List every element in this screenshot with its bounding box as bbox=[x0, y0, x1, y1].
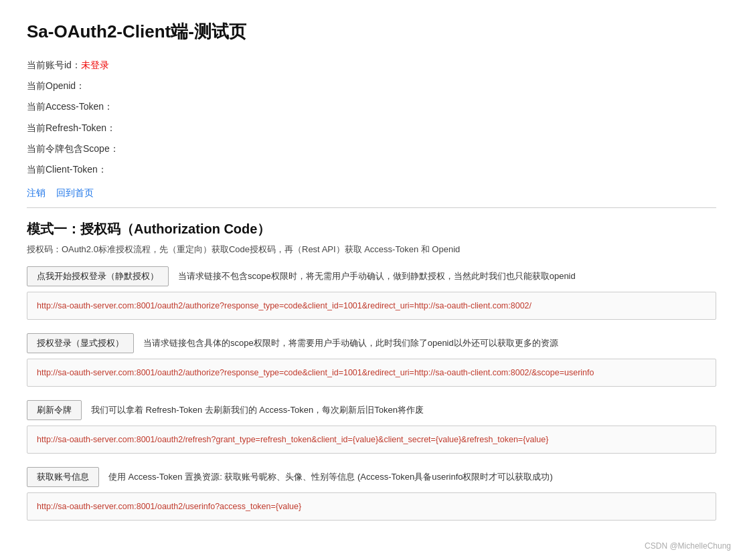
access-token-label: 当前Access-Token： bbox=[27, 101, 113, 112]
explicit-auth-desc: 当请求链接包含具体的scope权限时，将需要用户手动确认，此时我们除了openi… bbox=[143, 337, 558, 349]
get-account-info-button[interactable]: 获取账号信息 bbox=[27, 467, 99, 487]
account-info: 当前账号id：未登录 bbox=[27, 57, 716, 74]
explicit-auth-button[interactable]: 授权登录（显式授权） bbox=[27, 333, 134, 353]
url-box-4: http://sa-oauth-server.com:8001/oauth2/u… bbox=[27, 492, 716, 521]
url-box-3: http://sa-oauth-server.com:8001/oauth2/r… bbox=[27, 426, 716, 454]
section1-title: 模式一：授权码（Authorization Code） bbox=[27, 220, 716, 238]
action-row-2: 授权登录（显式授权） 当请求链接包含具体的scope权限时，将需要用户手动确认，… bbox=[27, 333, 716, 353]
scope-label: 当前令牌包含Scope： bbox=[27, 143, 119, 154]
refresh-token-desc: 我们可以拿着 Refresh-Token 去刷新我们的 Access-Token… bbox=[91, 404, 424, 416]
action-row-4: 获取账号信息 使用 Access-Token 置换资源: 获取账号昵称、头像、性… bbox=[27, 467, 716, 487]
account-id-label: 当前账号id： bbox=[27, 60, 81, 70]
refresh-token-label: 当前Refresh-Token： bbox=[27, 122, 116, 133]
client-token-label: 当前Client-Token： bbox=[27, 164, 107, 175]
divider-1 bbox=[27, 207, 716, 208]
openid-label: 当前Openid： bbox=[27, 80, 85, 91]
home-link[interactable]: 回到首页 bbox=[56, 187, 94, 199]
watermark: CSDN @MichelleChung bbox=[645, 541, 731, 551]
section1-desc: 授权码：OAuth2.0标准授权流程，先（重定向）获取Code授权码，再（Res… bbox=[27, 244, 716, 256]
scope-info: 当前令牌包含Scope： bbox=[27, 141, 716, 157]
action-row-3: 刷新令牌 我们可以拿着 Refresh-Token 去刷新我们的 Access-… bbox=[27, 400, 716, 420]
access-token-info: 当前Access-Token： bbox=[27, 98, 716, 115]
page-title: Sa-OAuth2-Client端-测试页 bbox=[27, 20, 716, 43]
url-box-2: http://sa-oauth-server.com:8001/oauth2/a… bbox=[27, 359, 716, 387]
section-auth-code: 模式一：授权码（Authorization Code） 授权码：OAuth2.0… bbox=[27, 220, 716, 521]
logout-link[interactable]: 注销 bbox=[27, 187, 46, 199]
client-token-info: 当前Client-Token： bbox=[27, 161, 716, 178]
account-id-value: 未登录 bbox=[81, 60, 109, 70]
action-row-1: 点我开始授权登录（静默授权） 当请求链接不包含scope权限时，将无需用户手动确… bbox=[27, 266, 716, 286]
refresh-token-button[interactable]: 刷新令牌 bbox=[27, 400, 82, 420]
action-links: 注销 回到首页 bbox=[27, 187, 716, 199]
silent-auth-button[interactable]: 点我开始授权登录（静默授权） bbox=[27, 266, 169, 286]
get-account-info-desc: 使用 Access-Token 置换资源: 获取账号昵称、头像、性别等信息 (A… bbox=[108, 471, 553, 483]
refresh-token-info: 当前Refresh-Token： bbox=[27, 120, 716, 136]
openid-info: 当前Openid： bbox=[27, 78, 716, 94]
silent-auth-desc: 当请求链接不包含scope权限时，将无需用户手动确认，做到静默授权，当然此时我们… bbox=[178, 270, 576, 282]
url-box-1: http://sa-oauth-server.com:8001/oauth2/a… bbox=[27, 292, 716, 320]
